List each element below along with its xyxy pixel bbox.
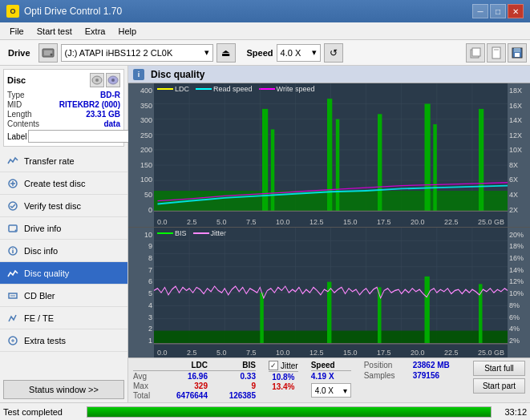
speed-header-label: Speed <box>311 361 335 370</box>
disc-panel-title: Disc <box>7 75 26 85</box>
jitter-checkbox[interactable]: ✓ <box>269 361 278 370</box>
speed-value-stat: 4.19 X <box>311 372 351 381</box>
paste-button[interactable] <box>487 43 506 63</box>
chart2-svg <box>154 228 508 357</box>
disc-panel: Disc Type BD-R MID RITEKBR2 (000) <box>3 69 124 147</box>
position-row: Position 23862 MB <box>364 361 450 370</box>
svg-rect-75 <box>260 293 264 344</box>
nav-extra-tests[interactable]: Extra tests <box>0 329 127 352</box>
chart1-y-left: 400 350 300 250 200 150 100 50 0 <box>128 83 154 227</box>
stats-jitter-col: ✓ Jitter 10.8% 13.4% <box>269 361 298 391</box>
nav-transfer-rate[interactable]: Transfer rate <box>0 150 127 172</box>
menu-file[interactable]: File <box>3 22 30 39</box>
svg-point-21 <box>15 229 17 231</box>
stats-avg-jitter: 10.8% <box>269 373 298 382</box>
titlebar: O Opti Drive Control 1.70 ─ □ ✕ <box>0 0 530 22</box>
disc-label-input[interactable] <box>28 130 135 143</box>
jitter-label: Jitter <box>281 361 298 370</box>
svg-point-24 <box>12 248 14 249</box>
nav-verify-test[interactable]: Verify test disc <box>0 195 127 217</box>
nav-fe-te[interactable]: FE / TE <box>0 307 127 329</box>
menu-start-test[interactable]: Start test <box>30 22 79 39</box>
window-title: Opti Drive Control 1.70 <box>24 6 472 17</box>
svg-rect-52 <box>425 104 431 212</box>
toolbar: Drive (J:) ATAPI iHBS112 2 CL0K ▾ ⏏ Spee… <box>0 40 530 66</box>
menu-extra[interactable]: Extra <box>79 22 112 39</box>
chart2-y-left: 10 9 8 7 6 5 4 3 2 1 <box>128 228 154 357</box>
nav-create-test-label: Create test disc <box>24 179 85 188</box>
stats-header-row: LDC BIS <box>133 361 256 371</box>
disc-quality-icon <box>6 267 19 280</box>
stats-total-bis: 126385 <box>224 391 256 400</box>
nav-disc-quality[interactable]: Disc quality <box>0 262 127 285</box>
svg-rect-51 <box>378 114 382 211</box>
speed-combo[interactable]: 4.0 X ▾ <box>277 44 321 62</box>
nav-extra-tests-label: Extra tests <box>24 336 66 345</box>
drive-combo[interactable]: (J:) ATAPI iHBS112 2 CL0K ▾ <box>61 44 213 62</box>
start-part-button[interactable]: Start part <box>473 378 525 394</box>
disc-label-row: Label <box>7 130 120 143</box>
progress-bar-fill <box>87 407 491 417</box>
maximize-button[interactable]: □ <box>490 4 506 18</box>
stats-total-row: Total 6476644 126385 <box>133 391 256 400</box>
cd-bler-icon <box>6 289 19 302</box>
disc-icon-2[interactable] <box>106 73 120 87</box>
refresh-button[interactable]: ↺ <box>324 43 343 63</box>
disc-mid-label: MID <box>7 100 22 109</box>
minimize-button[interactable]: ─ <box>472 4 488 18</box>
samples-value: 379156 <box>413 371 439 380</box>
svg-rect-78 <box>425 277 430 344</box>
start-full-button[interactable]: Start full <box>473 361 525 376</box>
close-button[interactable]: ✕ <box>508 4 524 18</box>
svg-rect-8 <box>514 48 520 52</box>
nav-drive-info-label: Drive info <box>24 224 61 233</box>
create-test-icon <box>6 177 19 190</box>
drive-label: Drive <box>3 48 35 58</box>
stats-max-label: Max <box>133 382 156 390</box>
nav-drive-info[interactable]: Drive info <box>0 217 127 240</box>
save-button[interactable] <box>508 43 527 63</box>
transfer-rate-icon <box>6 155 19 168</box>
stats-ldc-header: LDC <box>172 361 208 370</box>
chart2-main: BIS Jitter <box>154 228 508 357</box>
nav-transfer-rate-label: Transfer rate <box>24 156 75 166</box>
stats-avg-ldc: 16.96 <box>172 372 208 381</box>
disc-mid-value: RITEKBR2 (000) <box>59 100 120 109</box>
svg-rect-50 <box>336 119 340 212</box>
eject-button[interactable]: ⏏ <box>216 43 236 63</box>
disc-panel-header: Disc <box>7 73 120 87</box>
samples-row: Samples 379156 <box>364 371 450 380</box>
disc-type-label: Type <box>7 91 25 99</box>
status-time: 33:12 <box>495 407 527 417</box>
extra-tests-icon <box>6 334 19 347</box>
nav-fe-te-label: FE / TE <box>24 313 54 323</box>
drive-icon-btn[interactable] <box>38 43 58 63</box>
drive-combo-value: (J:) ATAPI iHBS112 2 CL0K <box>65 48 173 58</box>
stats-total-ldc: 6476644 <box>172 391 208 400</box>
nav-verify-test-label: Verify test disc <box>24 201 81 211</box>
nav-disc-info[interactable]: Disc info <box>0 240 127 262</box>
disc-label-text: Label <box>7 132 26 141</box>
stats-spacer <box>133 361 156 370</box>
position-value: 23862 MB <box>413 361 450 370</box>
start-buttons: Start full Start part <box>473 361 525 394</box>
status-text: Test completed <box>3 407 83 417</box>
stats-max-jitter: 13.4% <box>269 382 298 391</box>
speed-combo-value: 4.0 X <box>315 386 334 395</box>
fe-te-icon <box>6 312 19 325</box>
stats-position-col: Position 23862 MB Samples 379156 <box>364 361 450 380</box>
chart1-x-axis: 0.0 2.5 5.0 7.5 10.0 12.5 15.0 17.5 20.0… <box>154 214 508 227</box>
toolbar-right <box>466 43 527 63</box>
drive-combo-arrow: ▾ <box>204 47 209 58</box>
stats-total-label: Total <box>133 391 156 400</box>
copy-button[interactable] <box>466 43 485 63</box>
nav-create-test[interactable]: Create test disc <box>0 172 127 195</box>
menu-help[interactable]: Help <box>111 22 143 39</box>
disc-info-icon <box>6 244 19 257</box>
speed-stat-combo[interactable]: 4.0 X ▾ <box>311 383 351 398</box>
nav-cd-bler[interactable]: CD Bler <box>0 285 127 307</box>
status-window-btn[interactable]: Status window >> <box>3 380 124 399</box>
disc-icon-1[interactable] <box>90 73 104 87</box>
svg-rect-54 <box>479 109 483 212</box>
stats-ldc-bis: LDC BIS Avg 16.96 0.33 Max 329 9 Total 6… <box>133 361 256 400</box>
